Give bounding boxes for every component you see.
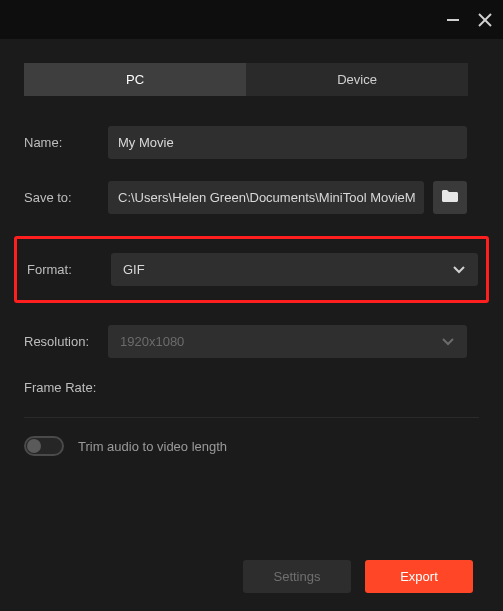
browse-folder-button[interactable] — [433, 181, 467, 214]
tab-device[interactable]: Device — [246, 63, 468, 96]
format-value: GIF — [123, 262, 145, 277]
name-label: Name: — [24, 135, 108, 150]
export-button[interactable]: Export — [365, 560, 473, 593]
folder-icon — [441, 189, 459, 206]
save-to-input[interactable]: C:\Users\Helen Green\Documents\MiniTool … — [108, 181, 424, 214]
output-tabs: PC Device — [24, 63, 468, 96]
chevron-down-icon — [452, 265, 466, 275]
name-input[interactable]: My Movie — [108, 126, 467, 159]
toggle-knob — [27, 439, 41, 453]
chevron-down-icon — [441, 337, 455, 347]
resolution-value: 1920x1080 — [120, 334, 184, 349]
frame-rate-label: Frame Rate: — [24, 380, 108, 395]
minimize-icon[interactable] — [445, 12, 461, 28]
save-to-label: Save to: — [24, 190, 108, 205]
tab-pc[interactable]: PC — [24, 63, 246, 96]
format-label: Format: — [25, 262, 111, 277]
format-highlight: Format: GIF — [14, 236, 489, 303]
close-icon[interactable] — [477, 12, 493, 28]
trim-audio-label: Trim audio to video length — [78, 439, 227, 454]
format-select[interactable]: GIF — [111, 253, 478, 286]
trim-audio-toggle[interactable] — [24, 436, 64, 456]
resolution-select: 1920x1080 — [108, 325, 467, 358]
resolution-label: Resolution: — [24, 334, 108, 349]
divider — [24, 417, 479, 418]
settings-button[interactable]: Settings — [243, 560, 351, 593]
